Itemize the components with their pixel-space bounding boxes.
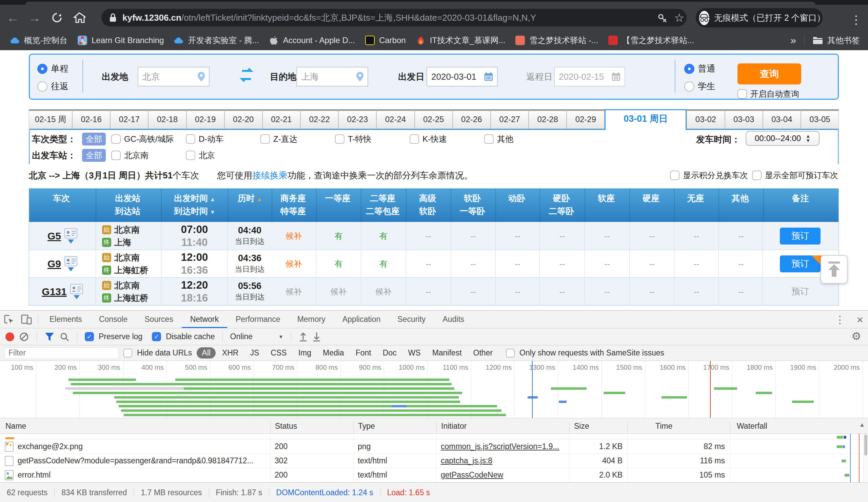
date-tab[interactable]: 02-17 [110,109,148,129]
devtools-tab[interactable]: Sources [136,311,182,328]
col-name[interactable]: Name [6,422,26,431]
request-type-pill[interactable]: WS [403,347,426,359]
date-tab[interactable]: 02-19 [186,109,225,129]
request-type-pill[interactable]: Font [351,347,376,359]
scrollbar[interactable] [863,434,868,482]
train-table-header-cell[interactable]: 硬卧 二等卧 [539,188,585,222]
train-table-header-cell[interactable]: 软座 [585,188,629,222]
train-table-header-cell[interactable]: 其他 [719,188,763,222]
hide-data-urls-checkbox[interactable] [123,349,132,358]
date-tab[interactable]: 03-03 [725,109,763,129]
passenger-type-radio[interactable]: 学生 [684,80,715,92]
record-button[interactable] [6,332,14,341]
devtools-tab[interactable]: Audits [434,311,473,328]
request-row[interactable]: exchange@2x.png 200 png common_js.js?scr… [0,440,868,454]
url-bar[interactable]: kyfw.12306.cn/otn/leftTicket/init?linkty… [101,9,686,27]
col-status[interactable]: Status [275,422,297,431]
inspect-element-button[interactable] [0,313,18,326]
waterfall-sort-icon[interactable]: ▲ [859,422,865,428]
to-field[interactable] [296,67,368,86]
request-row[interactable]: getPassCodeNew?module=passenger&rand=ran… [0,454,868,468]
col-time[interactable]: Time [655,422,672,431]
date-tab[interactable]: 02-25 [415,109,453,129]
date-tab[interactable]: 02-23 [338,109,376,129]
back-to-top-button[interactable] [820,255,848,284]
date-tab[interactable]: 02-28 [529,109,567,129]
return-date-field[interactable] [554,67,625,86]
date-tab[interactable]: 02-21 [262,109,300,129]
col-type[interactable]: Type [358,422,375,431]
bookmark-item[interactable]: IT技术文章_慕课网... [416,35,506,46]
request-type-pill[interactable]: Other [468,347,498,359]
bookmarks-overflow-chevron[interactable]: » [790,34,796,46]
bookmark-item[interactable]: Carbon [365,35,406,45]
train-type-checkbox[interactable]: T-特快 [335,134,371,144]
auto-query-checkbox[interactable]: 开启自动查询 [737,89,799,99]
scrollbar-thumb[interactable] [864,434,867,455]
train-number-link[interactable]: G9 [48,258,61,270]
expand-icon[interactable] [68,267,74,272]
date-tab[interactable]: 02-16 [72,109,110,129]
devtools-close-button[interactable]: × [857,313,863,326]
train-type-checkbox[interactable]: D-动车 [186,134,224,144]
home-button[interactable] [71,9,88,27]
depart-station-checkbox[interactable]: 北京南 [111,150,148,161]
train-table-header-cell[interactable]: 商务座 特等座 [271,188,316,222]
depart-date-input[interactable] [431,72,484,82]
col-size[interactable]: Size [574,422,589,431]
date-tab[interactable]: 02-18 [148,109,186,129]
bookmark-item[interactable]: 开发者实验室 - 腾... [174,35,259,46]
col-waterfall[interactable]: Waterfall [737,422,767,431]
train-type-checkbox[interactable]: Z-直达 [260,134,297,144]
date-tab[interactable]: 02-26 [453,109,490,129]
train-table-header-cell[interactable]: 出发站 到达站 [96,188,161,222]
devtools-tab[interactable]: Performance [227,311,289,328]
forward-button[interactable]: → [26,9,43,27]
train-table-header-cell[interactable]: 无座 [674,188,719,222]
train-type-checkbox[interactable]: K-快速 [410,134,447,144]
request-row-clipped[interactable] [0,434,868,440]
reload-button[interactable] [48,9,66,27]
request-type-pill[interactable]: Media [318,347,349,359]
train-number-link[interactable]: G5 [48,230,61,242]
request-type-pill[interactable]: JS [245,347,264,359]
date-tab[interactable]: 02-29 [567,109,604,129]
disable-cache-checkbox[interactable]: ✓ [152,332,161,341]
import-har-button[interactable] [299,332,308,342]
date-tab[interactable]: 02-22 [300,109,338,129]
preserve-log-checkbox[interactable]: ✓ [85,332,94,341]
train-table-header-cell[interactable]: 高级 软卧 [406,188,451,222]
request-initiator-link[interactable]: captcha_js.js:8 [436,456,569,465]
train-table-header-cell[interactable]: 软卧 一等卧 [451,188,495,222]
depart-time-select[interactable]: 00:00--24:00 ▲▼ [746,131,819,146]
swap-stations-button[interactable] [239,68,254,82]
train-table-header-cell[interactable]: 备注 [763,188,839,222]
trip-type-radio[interactable]: 单程 [37,63,69,75]
throttling-select[interactable]: Online▼ [230,332,283,341]
train-table-header-cell[interactable]: 一等座 [316,188,361,222]
train-number-link[interactable]: G131 [42,286,66,297]
return-date-input[interactable] [559,72,612,82]
train-table-header-cell[interactable]: 硬座 [629,188,674,222]
browser-menu-button[interactable]: ⋮ [850,13,862,27]
request-type-pill[interactable]: CSS [266,347,292,359]
bookmark-item[interactable]: 雪之梦技术驿站 -... [515,35,598,46]
incognito-badge[interactable]: 无痕模式（已打开 2 个窗口） [696,8,823,28]
show-all-toggle[interactable]: 显示全部可预订车次 [752,170,838,181]
col-initiator[interactable]: Initiator [441,422,466,431]
date-tab[interactable]: 02-24 [376,109,414,129]
bookmark-item[interactable]: 【雪之梦技术驿站... [608,35,694,46]
date-tab[interactable]: 02-15 周 [29,109,72,129]
train-type-checkbox[interactable]: 其他 [484,134,513,144]
date-tab[interactable]: 03-04 [763,109,801,129]
request-type-pill[interactable]: All [197,347,216,359]
samesite-checkbox[interactable] [506,349,515,358]
train-table-header-cell[interactable]: 动卧 [495,188,539,222]
request-initiator-link[interactable]: common_js.js?scriptVersion=1.9... [436,442,569,451]
devtools-settings-icon[interactable]: ⚙ [851,330,861,342]
request-type-pill[interactable]: Doc [378,347,402,359]
bookmark-star-icon[interactable]: ☆ [674,11,684,24]
train-type-all-badge[interactable]: 全部 [82,133,106,145]
date-tab[interactable]: 03-01 周日 [604,109,686,130]
bookmark-item[interactable]: 概览-控制台 [10,35,68,46]
